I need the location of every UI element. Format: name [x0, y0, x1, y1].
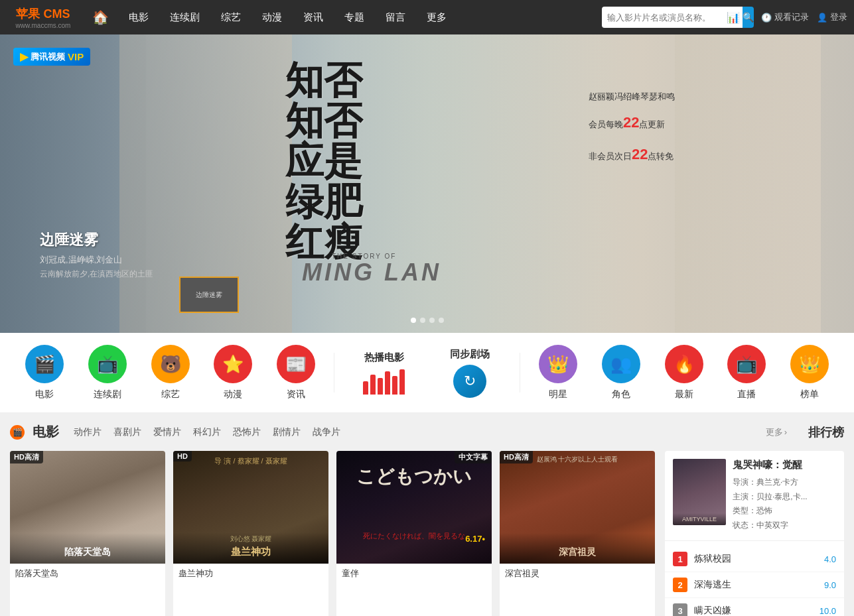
ranking-featured[interactable]: AMITYVILLE 鬼哭神嚎：觉醒 导演：典兰克·卡方 主演：贝拉·泰思,卡.… [665, 451, 844, 541]
cat-movies-label: 电影 [35, 389, 54, 400]
right-text-line1: 赵丽颖冯绍峰琴瑟和鸣 [589, 88, 675, 107]
thumb-director: 导 演 / 蔡家耀 / 聂家耀 [173, 456, 328, 466]
thumb-actors: 刘心悠 聂家耀 [178, 534, 323, 544]
cat-live[interactable]: 📺 直播 [715, 345, 778, 400]
movie-title-1: 陷落天堂岛 [10, 564, 165, 584]
cat-series[interactable]: 📺 连续剧 [76, 345, 139, 400]
cat-roles-icon: 👥 [602, 345, 640, 383]
movie-thumb-1: 陷落天堂岛 HD高清 [10, 451, 165, 564]
cat-stars[interactable]: 👑 明星 [527, 345, 590, 400]
clock-icon: 🕐 [761, 13, 772, 23]
main-nav: 🏠 电影 连续剧 综艺 动漫 资讯 专题 留言 更多 [83, 0, 457, 34]
vip-label: 腾讯视频 [31, 51, 65, 63]
hot-movie[interactable]: 热播电影 [341, 351, 427, 395]
badge-subtitle-3: 中文字幕 [455, 451, 492, 463]
ranking-row-3[interactable]: 3 瞒天凶嫌 10.0 [665, 598, 844, 616]
ranking-row-1[interactable]: 1 炼狱校园 4.0 [665, 546, 844, 572]
ranking-title: 排行榜 [808, 424, 844, 440]
nav-special[interactable]: 专题 [334, 0, 375, 34]
cat-stars-icon: 👑 [539, 345, 577, 383]
cat-variety[interactable]: 🐻 综艺 [139, 345, 202, 400]
nav-news[interactable]: 资讯 [293, 0, 334, 34]
rank-name-2: 深海逃生 [694, 579, 818, 591]
movie-title-3: 童伴 [336, 564, 492, 584]
nav-variety[interactable]: 综艺 [210, 0, 251, 34]
cat-anime-icon: ⭐ [214, 345, 252, 383]
movie-card-1[interactable]: 陷落天堂岛 HD高清 陷落天堂岛 [10, 451, 165, 616]
dot-4[interactable] [439, 318, 444, 323]
nav-series[interactable]: 连续剧 [159, 0, 210, 34]
movie-card-4[interactable]: 赵展鸿 十六岁以上人士观看 深宫祖灵 HD高清 深宫祖灵 [500, 451, 655, 616]
user-icon: 👤 [817, 13, 827, 23]
rank-score-2: 9.0 [824, 580, 836, 590]
cat-anime-label: 动漫 [224, 389, 242, 400]
sync-icon: ↻ [453, 365, 486, 398]
cat-latest[interactable]: 🔥 最新 [652, 345, 715, 400]
rank-name-3: 瞒天凶嫌 [694, 605, 813, 616]
hot-movie-bars [363, 368, 405, 395]
cat-movies[interactable]: 🎬 电影 [13, 345, 76, 400]
cat-chart[interactable]: 👑 榜单 [778, 345, 841, 400]
cat-roles[interactable]: 👥 角色 [590, 345, 653, 400]
cat-series-icon: 📺 [88, 345, 127, 383]
login-button[interactable]: 👤 登录 [817, 11, 847, 23]
cat-variety-label: 综艺 [161, 389, 180, 400]
cat-anime[interactable]: ⭐ 动漫 [202, 345, 265, 400]
cat-news[interactable]: 📰 资讯 [264, 345, 327, 400]
cat-chart-icon: 👑 [790, 345, 829, 383]
section-title: 电影 [33, 423, 59, 441]
right-num2: 22 [632, 146, 648, 162]
dot-2[interactable] [420, 318, 425, 323]
movie-thumb-3: こどもつかい 死にたくなければ、闇を見るな 6.17• 中文字幕 [336, 451, 492, 564]
search-box: 📊 🔍 [602, 7, 748, 28]
banner-thumb[interactable]: 边陲迷雾 [179, 277, 239, 313]
thumb-japanese-title: こどもつかい [336, 464, 492, 489]
watch-history[interactable]: 🕐 观看记录 [761, 11, 809, 23]
filter-comedy[interactable]: 喜剧片 [113, 426, 141, 438]
right-text-line3: 非会员次日22点转免 [589, 139, 675, 170]
dot-3[interactable] [429, 318, 435, 323]
ranking-row-2[interactable]: 2 深海逃生 9.0 [665, 572, 844, 598]
banner-right-info: 赵丽颖冯绍峰琴瑟和鸣 会员每晚22点更新 非会员次日22点转免 [589, 88, 675, 170]
filter-romance[interactable]: 爱情片 [153, 426, 181, 438]
bar-1 [363, 381, 368, 395]
filter-drama[interactable]: 剧情片 [273, 426, 301, 438]
header: 苹果 CMS www.maccms.com 🏠 电影 连续剧 综艺 动漫 资讯 … [0, 0, 854, 34]
right-text-line2: 会员每晚22点更新 [589, 107, 675, 139]
banner-desc: 云南解放前夕,在滇西地区的土匪 [40, 269, 153, 280]
cat-movies-icon: 🎬 [25, 345, 64, 383]
thumb-subtitle-text: 死にたくなければ、闇を見るな [343, 530, 485, 542]
cat-variety-icon: 🐻 [151, 345, 190, 383]
more-link[interactable]: 更多 › [766, 426, 787, 438]
dot-1[interactable] [411, 318, 416, 323]
movie-card-2[interactable]: 蛊兰神功 导 演 / 蔡家耀 / 聂家耀 刘心悠 聂家耀 HD 蛊兰神功 [173, 451, 328, 616]
nav-more[interactable]: 更多 [416, 0, 457, 34]
nav-message[interactable]: 留言 [375, 0, 416, 34]
filter-action[interactable]: 动作片 [74, 426, 102, 438]
ming-lan-title: MING LAN [302, 259, 441, 286]
banner-drama-title: 边陲迷雾 [40, 230, 153, 250]
rank-num-1: 1 [673, 552, 687, 566]
filter-war[interactable]: 战争片 [313, 426, 340, 438]
movie-thumb-2: 蛊兰神功 导 演 / 蔡家耀 / 聂家耀 刘心悠 聂家耀 HD [173, 451, 328, 564]
filter-scifi[interactable]: 科幻片 [193, 426, 221, 438]
nav-anime[interactable]: 动漫 [251, 0, 293, 34]
banner[interactable]: ▶ 腾讯视频 VIP 边陲迷雾 刘冠成,温峥嵘,刘金山 云南解放前夕,在滇西地区… [0, 34, 854, 333]
hot-movie-label: 热播电影 [364, 351, 404, 364]
movie-card-3[interactable]: こどもつかい 死にたくなければ、闇を見るな 6.17• 中文字幕 童伴 [336, 451, 492, 616]
filter-horror[interactable]: 恐怖片 [233, 426, 261, 438]
watch-history-label: 观看记录 [774, 11, 809, 23]
search-button[interactable]: 🔍 [743, 7, 754, 28]
banner-info: 边陲迷雾 刘冠成,温峥嵘,刘金山 云南解放前夕,在滇西地区的土匪 [40, 230, 153, 280]
cat-stars-label: 明星 [549, 389, 567, 400]
separator-2 [520, 353, 520, 393]
search-input[interactable] [602, 13, 724, 23]
logo-subtitle: www.maccms.com [16, 22, 71, 29]
mic-icon[interactable]: 📊 [727, 11, 740, 24]
sync-theater[interactable]: 同步剧场 ↻ [427, 348, 513, 398]
nav-movies[interactable]: 电影 [118, 0, 159, 34]
nav-home[interactable]: 🏠 [83, 0, 118, 34]
logo: 苹果 CMS www.maccms.com [7, 6, 80, 29]
bar-2 [370, 375, 376, 395]
center-title-area: 知否知否应是绿肥红瘦 [285, 61, 362, 263]
